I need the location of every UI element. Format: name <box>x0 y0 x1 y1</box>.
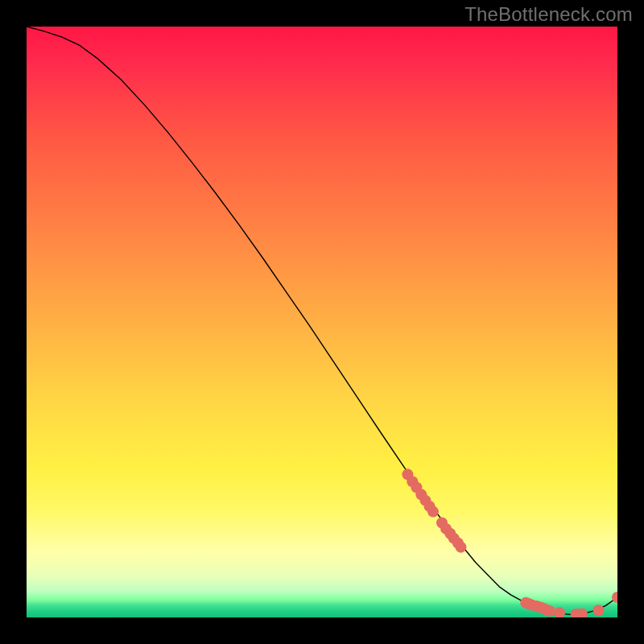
scatter-point <box>554 607 565 617</box>
bottleneck-curve-path <box>27 27 617 614</box>
chart-svg <box>27 27 617 617</box>
plot-area <box>27 27 617 617</box>
scatter-point <box>593 605 605 616</box>
watermark-text: TheBottleneck.com <box>464 3 633 26</box>
scatter-point <box>544 605 555 617</box>
scatter-point <box>427 506 439 518</box>
line-series <box>27 27 617 614</box>
scatter-series <box>402 469 617 617</box>
chart-container: TheBottleneck.com <box>0 0 644 644</box>
scatter-point <box>455 542 466 553</box>
